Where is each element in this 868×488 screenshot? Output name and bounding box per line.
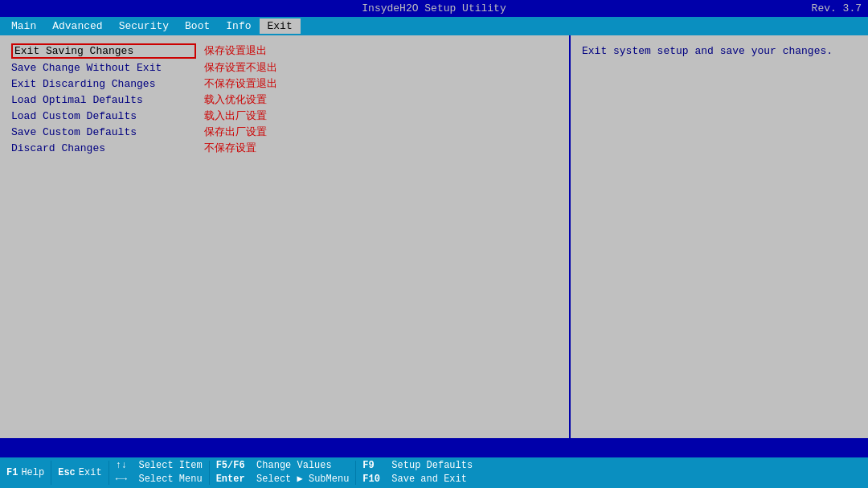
menu-item-main[interactable]: Main	[3, 18, 44, 34]
option-label: Exit Discarding Changes	[11, 78, 196, 90]
menu-item-security[interactable]: Security	[111, 18, 177, 34]
option-label: Save Change Without Exit	[11, 62, 196, 74]
f9f10-rows: F9 Setup Defaults F10 Save and Exit	[362, 459, 473, 486]
main-content: Exit Saving Changes保存设置退出Save Change Wit…	[0, 35, 868, 438]
menu-option-row[interactable]: Discard Changes不保存设置	[11, 141, 558, 155]
option-chinese: 不保存设置退出	[204, 76, 277, 91]
option-chinese: 载入出厂设置	[204, 109, 267, 123]
right-panel-description: Exit system setup and save your changes.	[582, 45, 833, 57]
menu-item-exit[interactable]: Exit	[260, 18, 301, 34]
menu-option-row[interactable]: Save Custom Defaults保存出厂设置	[11, 125, 558, 139]
title-bar: InsydeH2O Setup Utility Rev. 3.7	[0, 0, 868, 17]
f1-desc: Help	[21, 467, 44, 478]
option-label: Exit Saving Changes	[11, 43, 196, 59]
f1-key: F1	[6, 467, 18, 478]
values-rows: F5/F6 Change Values Enter Select ▶ SubMe…	[216, 459, 350, 486]
menu-option-row[interactable]: Load Optimal Defaults载入优化设置	[11, 92, 558, 107]
app-title: InsydeH2O Setup Utility	[362, 2, 506, 14]
option-label: Load Custom Defaults	[11, 110, 196, 122]
bottom-bar: F1 Help Esc Exit ↑↓ Select Item ←→ Selec…	[0, 457, 868, 488]
rev-label: Rev. 3.7	[812, 2, 862, 14]
esc-desc: Exit	[79, 467, 102, 478]
option-label: Load Optimal Defaults	[11, 94, 196, 106]
option-chinese: 保存设置退出	[204, 43, 267, 58]
menu-option-row[interactable]: Exit Discarding Changes不保存设置退出	[11, 76, 558, 91]
left-panel: Exit Saving Changes保存设置退出Save Change Wit…	[0, 35, 571, 438]
f10-line: F10 Save and Exit	[362, 473, 473, 486]
menu-item-boot[interactable]: Boot	[177, 18, 218, 34]
menu-item-info[interactable]: Info	[218, 18, 259, 34]
bottom-f1: F1 Help	[0, 457, 51, 488]
esc-key: Esc	[58, 467, 76, 478]
option-chinese: 保存设置不退出	[204, 60, 277, 75]
values-line1: F5/F6 Change Values	[216, 459, 350, 473]
navigate-line2: ←→ Select Menu	[116, 473, 203, 486]
navigate-line1: ↑↓ Select Item	[116, 459, 203, 473]
menu-option-row[interactable]: Save Change Without Exit保存设置不退出	[11, 60, 558, 75]
menu-option-row[interactable]: Load Custom Defaults载入出厂设置	[11, 109, 558, 123]
option-chinese: 载入优化设置	[204, 92, 267, 107]
values-line2: Enter Select ▶ SubMenu	[216, 473, 350, 486]
option-label: Save Custom Defaults	[11, 126, 196, 138]
option-label: Discard Changes	[11, 142, 196, 154]
menu-option-row[interactable]: Exit Saving Changes保存设置退出	[11, 43, 558, 59]
bottom-values: F5/F6 Change Values Enter Select ▶ SubMe…	[210, 457, 356, 488]
menu-item-advanced[interactable]: Advanced	[44, 18, 110, 34]
option-chinese: 不保存设置	[204, 141, 256, 155]
menu-bar: MainAdvancedSecurityBootInfoExit	[0, 17, 868, 35]
navigate-rows: ↑↓ Select Item ←→ Select Menu	[116, 459, 203, 486]
bottom-navigate: ↑↓ Select Item ←→ Select Menu	[109, 457, 209, 488]
right-panel: Exit system setup and save your changes.	[571, 35, 868, 438]
f9-line: F9 Setup Defaults	[362, 459, 473, 473]
option-chinese: 保存出厂设置	[204, 125, 267, 139]
bottom-f9f10: F9 Setup Defaults F10 Save and Exit	[356, 457, 479, 488]
bottom-esc: Esc Exit	[51, 457, 108, 488]
